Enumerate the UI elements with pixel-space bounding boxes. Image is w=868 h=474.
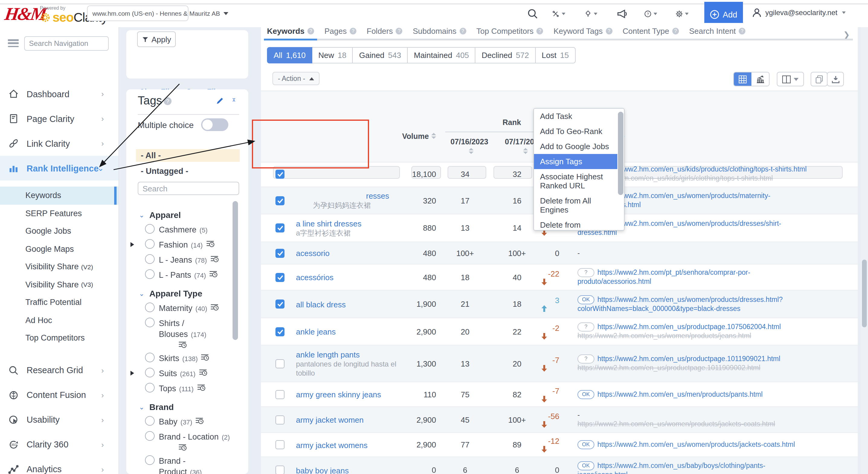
radio-button[interactable]	[145, 269, 155, 279]
domain-selector[interactable]: www.hm.com (US-en) - Hennes & Mauritz AB	[87, 5, 188, 21]
menu-item-add-to-google-jobs[interactable]: Add to Google Jobs	[534, 139, 617, 154]
ranked-page-link[interactable]: https://www2.hm.com/en_us/women/products…	[597, 441, 795, 448]
keyword-link[interactable]: all black dress	[296, 300, 346, 309]
date2-sort[interactable]	[523, 148, 528, 154]
radio-button[interactable]	[145, 239, 155, 249]
keyword-link[interactable]: army jacket womens	[296, 441, 368, 449]
ranked-page-link[interactable]: https://www2.hm.com/en_us/women/products…	[597, 295, 783, 303]
ranked-page-link[interactable]: https://www2.hm.com/en_us/baby/boys/clot…	[597, 462, 765, 469]
tag-option-suits[interactable]: Suits(261)	[138, 368, 235, 379]
sidebar-item-page-clarity[interactable]: Page Clarity›	[0, 106, 118, 131]
tab-content-type[interactable]: Content Type?	[622, 27, 679, 36]
tag-untagged-option[interactable]: - Untagged -	[136, 165, 240, 178]
tag-option-l-pants[interactable]: L - Pants(74)	[138, 269, 235, 280]
radio-button[interactable]	[145, 254, 155, 264]
tag-option-maternity[interactable]: Maternity(40)	[138, 303, 235, 313]
sidebar-item-rank-intelligence[interactable]: Rank Intelligence⌄	[0, 156, 118, 181]
keyword-link[interactable]: acessórios	[296, 273, 334, 282]
radio-button[interactable]	[145, 353, 155, 362]
tree-scrollbar[interactable]	[232, 201, 238, 340]
download-button[interactable]	[827, 72, 844, 86]
tag-search-input[interactable]	[138, 182, 239, 195]
tab-top-competitors[interactable]: Top Competitors?	[476, 27, 543, 36]
history-icon[interactable]	[211, 255, 218, 263]
menu-item-delete-from-all-engines[interactable]: Delete from All Engines	[534, 193, 617, 217]
user-menu[interactable]: ygileva@seoclarity.net	[751, 7, 846, 18]
sidebar-item-keywords[interactable]: Keywords	[0, 187, 118, 204]
tag-option-shirts-blouses[interactable]: Shirts / Blouses(174)	[138, 318, 235, 348]
keyword-link[interactable]: baby boy jeans	[296, 466, 349, 474]
sidebar-item-link-clarity[interactable]: Link Clarity›	[0, 131, 118, 156]
tag-option-brand-location[interactable]: Brand - Location(2)	[138, 431, 235, 451]
chip-gained[interactable]: Gained543	[353, 47, 408, 63]
row-checkbox[interactable]	[275, 273, 284, 282]
tag-option-skirts[interactable]: Skirts(138)	[138, 353, 235, 364]
tab-pages[interactable]: Pages?	[324, 27, 356, 36]
radio-button[interactable]	[145, 303, 155, 312]
chart-view-button[interactable]	[751, 72, 769, 86]
row-checkbox[interactable]	[275, 359, 284, 368]
ranked-page-link[interactable]: produto/acessorios.html	[578, 277, 854, 286]
expand-arrow-icon[interactable]	[130, 242, 134, 247]
tag-option-brand-product[interactable]: Brand - Product(36)	[138, 455, 235, 474]
tag-option-fashion[interactable]: Fashion(14)	[138, 239, 235, 250]
menu-item-associate-highest-ranked-url[interactable]: Associate Highest Ranked URL	[534, 169, 617, 193]
tag-option-cashmere[interactable]: Cashmere(5)	[138, 224, 235, 235]
row-checkbox[interactable]	[275, 440, 284, 449]
menu-scrollbar[interactable]	[618, 112, 623, 195]
keyword-link[interactable]: ankle length pants	[296, 350, 360, 359]
announce-icon[interactable]	[616, 7, 629, 21]
sidebar-item-content-fusion[interactable]: Content Fusion›	[0, 382, 118, 407]
date1-header[interactable]: 07/16/2023	[442, 138, 497, 146]
row-checkbox[interactable]	[275, 390, 284, 399]
table-view-button[interactable]	[734, 72, 751, 86]
chip-maintained[interactable]: Maintained405	[408, 47, 476, 63]
date1-sort[interactable]	[469, 148, 473, 154]
copy-button[interactable]	[811, 72, 828, 86]
sidebar-item-visibility-share-v3[interactable]: Visibility Share(V3)	[0, 276, 118, 293]
history-icon[interactable]	[179, 341, 230, 348]
keyword-link[interactable]: army jacket women	[296, 415, 364, 424]
tab-subdomains[interactable]: Subdomains?	[413, 27, 466, 36]
expand-arrow-icon[interactable]	[130, 371, 134, 376]
ranked-page-link[interactable]: https://www2.hm.com/en_us/productpage.10…	[597, 323, 781, 330]
keyword-link[interactable]: a line shirt dresses	[296, 219, 362, 228]
keyword-link[interactable]: acessorio	[296, 249, 330, 258]
sidebar-search-input[interactable]	[24, 36, 109, 51]
help-icon[interactable]: ?	[644, 7, 657, 21]
radio-button[interactable]	[145, 224, 155, 234]
menu-item-delete-from[interactable]: Delete from	[534, 217, 617, 231]
settings-icon[interactable]	[675, 7, 689, 21]
multiple-choice-toggle[interactable]	[201, 118, 228, 131]
tab-overflow-icon[interactable]: ❯	[843, 30, 850, 39]
tab-keyword-tags[interactable]: Keyword Tags?	[554, 27, 613, 36]
sidebar-item-visibility-share-v2[interactable]: Visibility Share(V2)	[0, 258, 118, 276]
sidebar-item-clarity-360[interactable]: 360Clarity 360›	[0, 432, 118, 457]
tab-keywords[interactable]: Keywords?	[267, 27, 314, 36]
sidebar-item-traffic-potential[interactable]: Traffic Potential	[0, 293, 118, 311]
sidebar-item-dashboard[interactable]: Dashboard›	[0, 82, 118, 106]
radio-button[interactable]	[145, 416, 155, 426]
history-icon[interactable]	[179, 444, 230, 451]
search-icon[interactable]	[527, 7, 540, 21]
tools-icon[interactable]	[552, 7, 565, 21]
tag-all-option[interactable]: - All -	[136, 149, 240, 162]
tab-folders[interactable]: Folders?	[367, 27, 403, 36]
apply-button[interactable]: Apply	[137, 31, 176, 47]
chip-all[interactable]: All1,610	[267, 47, 312, 63]
radio-button[interactable]	[145, 455, 155, 465]
row-checkbox[interactable]	[275, 327, 284, 336]
chip-new[interactable]: New18	[312, 47, 353, 63]
tab-search-intent[interactable]: Search Intent?	[689, 27, 746, 36]
menu-icon[interactable]	[8, 39, 19, 48]
page-scrollbar-thumb[interactable]	[862, 260, 867, 327]
history-icon[interactable]	[197, 384, 205, 391]
sidebar-item-serp-features[interactable]: SERP Features	[0, 204, 118, 222]
row-checkbox[interactable]	[275, 223, 284, 232]
row-checkbox[interactable]	[275, 299, 284, 309]
columns-button[interactable]	[777, 72, 804, 86]
sidebar-item-top-competitors[interactable]: Top Competitors	[0, 329, 118, 347]
chip-declined[interactable]: Declined572	[476, 47, 536, 63]
history-icon[interactable]	[210, 271, 217, 278]
history-icon[interactable]	[196, 417, 204, 424]
